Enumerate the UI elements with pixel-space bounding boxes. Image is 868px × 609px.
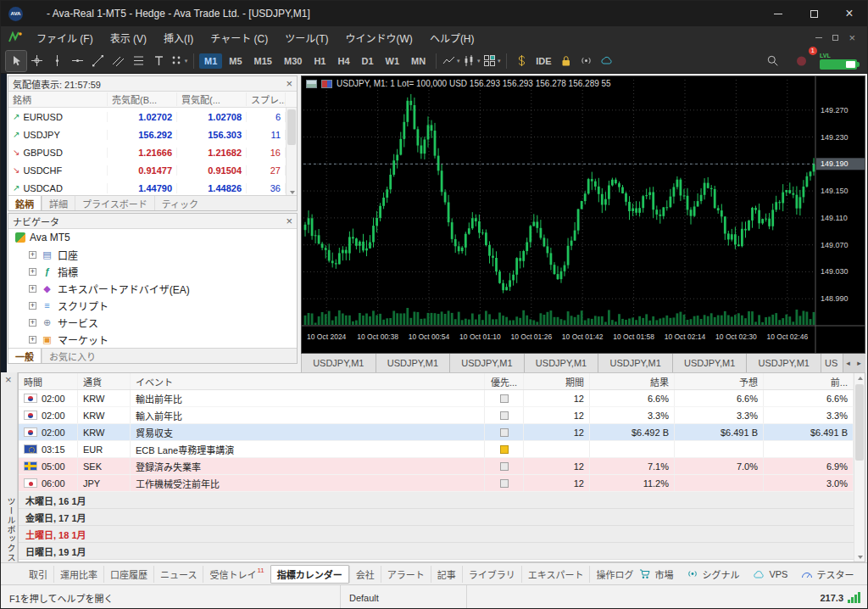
chart-tab-scroll-right-button[interactable]: ▸: [854, 356, 864, 370]
timeframe-d1-button[interactable]: D1: [357, 53, 379, 69]
menu-view[interactable]: 表示 (V): [102, 26, 155, 48]
tab-common[interactable]: 一般: [8, 349, 42, 363]
chart-tab[interactable]: USDJPY,M1: [450, 354, 525, 372]
scrollbar[interactable]: [286, 108, 297, 197]
crosshair-tool-button[interactable]: [26, 51, 47, 71]
table-row[interactable]: USDCHF 0.91477 0.91504 27: [8, 161, 297, 179]
tab-mailbox[interactable]: 受信トレイ11: [203, 566, 270, 583]
fibonacci-tool-button[interactable]: [128, 51, 148, 71]
lock-button[interactable]: [556, 51, 576, 71]
column-currency[interactable]: 通貨: [78, 373, 131, 389]
channel-tool-button[interactable]: [108, 51, 128, 71]
tab-alerts[interactable]: アラート: [381, 566, 431, 583]
candlestick-chart-button[interactable]: ▾: [461, 51, 481, 71]
column-spread[interactable]: スプレ...: [247, 92, 286, 106]
chart-tab[interactable]: USDJPY,M1: [598, 354, 673, 372]
sidebar-item-services[interactable]: サービス: [8, 314, 297, 331]
column-bid[interactable]: 売気配(B...: [108, 92, 177, 106]
calendar-row-selected[interactable]: 02:00 KRW 貿易収支 12 $6.492 B $6.491 B $6.4…: [19, 424, 865, 441]
importance-checkbox[interactable]: [500, 394, 509, 403]
tab-details[interactable]: 詳細: [42, 196, 75, 210]
table-row[interactable]: EURUSD 1.02702 1.02708 6: [8, 108, 297, 126]
timeframe-w1-button[interactable]: W1: [381, 53, 405, 69]
tester-button[interactable]: テスター: [801, 567, 854, 581]
ohlc-table-icon[interactable]: [306, 80, 317, 88]
expand-icon[interactable]: [29, 285, 36, 293]
cloud-button[interactable]: [597, 51, 617, 71]
menu-chart[interactable]: チャート (C): [202, 26, 276, 48]
importance-checkbox[interactable]: [500, 462, 509, 471]
timeframe-m5-button[interactable]: M5: [224, 53, 247, 69]
scroll-up-button[interactable]: [854, 373, 865, 383]
tab-experts[interactable]: エキスパート: [521, 566, 590, 583]
ide-button[interactable]: IDE: [531, 51, 555, 71]
market-button[interactable]: 市場: [639, 567, 673, 581]
signals-button[interactable]: シグナル: [687, 567, 739, 581]
importance-checkbox[interactable]: [500, 428, 509, 437]
chart-tab[interactable]: USDJPY,M1: [747, 354, 821, 372]
column-ask[interactable]: 買気配(...: [177, 92, 247, 106]
timeframe-h1-button[interactable]: H1: [309, 53, 331, 69]
close-button[interactable]: [832, 1, 867, 26]
menu-window[interactable]: ウインドウ(W): [337, 26, 421, 48]
search-button[interactable]: [762, 51, 782, 71]
indicators-button[interactable]: ▾: [481, 51, 502, 71]
scrollbar[interactable]: [854, 373, 865, 562]
importance-checkbox[interactable]: [500, 445, 509, 454]
tab-articles[interactable]: 記事: [431, 566, 462, 583]
expand-icon[interactable]: [29, 336, 36, 344]
chart-tab[interactable]: USDJPY,M1: [673, 354, 748, 372]
timeframe-m15-button[interactable]: M15: [249, 53, 277, 69]
column-importance[interactable]: 優先...: [485, 373, 524, 389]
tab-symbols[interactable]: 銘柄: [8, 196, 42, 210]
chart-tab[interactable]: USDJPY,M1: [376, 354, 451, 372]
tab-history[interactable]: 口座履歴: [103, 566, 153, 583]
column-actual[interactable]: 結果: [590, 373, 675, 389]
calendar-row[interactable]: 03:15 EUR ECB Lane専務理事講演: [19, 441, 865, 458]
tab-journal[interactable]: 操作ログ: [589, 566, 639, 583]
navigator-close-button[interactable]: [286, 216, 292, 226]
scrollbar-thumb[interactable]: [855, 384, 864, 461]
notifications-button[interactable]: 1: [791, 51, 811, 71]
vps-button[interactable]: VPS: [753, 569, 787, 579]
calendar-row[interactable]: 02:00 KRW 輸入前年比 12 3.3% 3.3% 3.3%: [19, 407, 865, 424]
child-restore-button[interactable]: [832, 35, 838, 41]
toolbox-close-button[interactable]: [5, 375, 12, 385]
child-close-button[interactable]: [849, 31, 855, 44]
table-row[interactable]: USDCAD 1.44790 1.44826 36: [8, 179, 297, 197]
maximize-button[interactable]: [796, 1, 832, 26]
tab-exposure[interactable]: 運用比率: [53, 566, 103, 583]
tab-price-board[interactable]: プライスボード: [75, 196, 154, 210]
price-chart[interactable]: 149.270149.230149.190149.150149.110149.0…: [301, 75, 865, 354]
column-previous[interactable]: 前...: [764, 373, 854, 389]
tab-calendar[interactable]: 指標カレンダー: [270, 565, 349, 584]
line-chart-button[interactable]: ▾: [441, 51, 461, 71]
one-click-trading-icon[interactable]: [321, 80, 332, 88]
importance-checkbox[interactable]: [500, 479, 509, 488]
tab-ticks[interactable]: ティック: [154, 196, 205, 210]
calendar-row[interactable]: 06:00 JPY 工作機械受注前年比 12 11.2% 3.0%: [19, 475, 865, 492]
text-tool-button[interactable]: [148, 51, 169, 71]
timeframe-mn-button[interactable]: MN: [406, 53, 431, 69]
sidebar-item-market[interactable]: マーケット: [8, 331, 297, 348]
column-symbol[interactable]: 銘柄: [8, 92, 108, 106]
sidebar-item-ava-mt5[interactable]: Ava MT5: [8, 229, 297, 246]
timeframe-m30-button[interactable]: M30: [279, 53, 307, 69]
chart-tab[interactable]: US: [821, 354, 843, 372]
tab-library[interactable]: ライブラリ: [462, 566, 521, 583]
tab-news[interactable]: ニュース: [153, 566, 203, 583]
tab-company[interactable]: 会社: [349, 566, 381, 583]
sidebar-item-expert-advisors[interactable]: エキスパートアドバイザ(EA): [8, 280, 297, 297]
minimize-button[interactable]: [760, 1, 796, 26]
expand-icon[interactable]: [29, 268, 36, 276]
quotes-button[interactable]: [511, 51, 531, 71]
sidebar-item-accounts[interactable]: 口座: [8, 246, 297, 263]
horizontal-line-tool-button[interactable]: [67, 51, 87, 71]
vertical-line-tool-button[interactable]: [47, 51, 67, 71]
table-row[interactable]: USDJPY 156.292 156.303 11: [8, 126, 297, 143]
chart-tab[interactable]: USDJPY,M1: [302, 354, 376, 372]
calendar-row[interactable]: 02:00 KRW 輸出前年比 12 6.6% 6.6% 6.6%: [19, 390, 865, 407]
shapes-tool-button[interactable]: ▾: [169, 51, 189, 71]
menu-tools[interactable]: ツール(T): [276, 26, 337, 48]
menu-help[interactable]: ヘルプ(H): [421, 26, 483, 48]
